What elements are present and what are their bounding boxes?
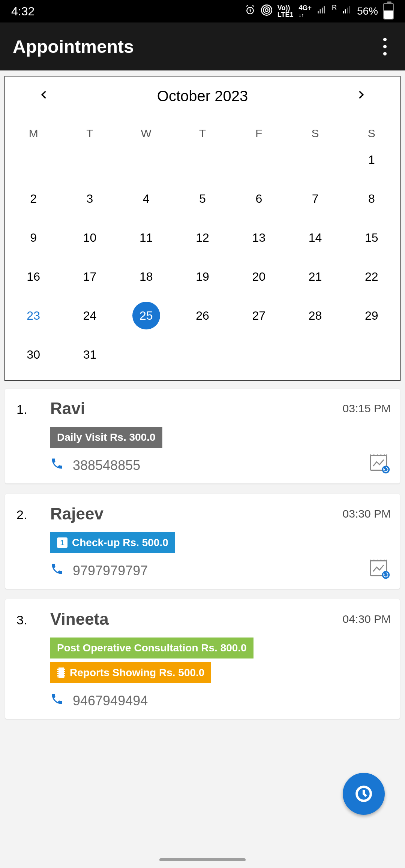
calendar-day[interactable]: 13 — [231, 223, 287, 252]
calendar-day[interactable]: 14 — [287, 223, 343, 252]
calendar-day[interactable]: 24 — [62, 301, 118, 330]
appointment-index: 1. — [16, 402, 27, 417]
phone-icon — [50, 457, 64, 474]
calendar-day — [5, 145, 62, 174]
svg-point-1 — [265, 9, 268, 12]
calendar-day — [287, 340, 343, 369]
phone-number: 388548855 — [73, 458, 140, 473]
tag-list: Daily Visit Rs. 300.0 — [50, 427, 391, 448]
patient-name: Rajeev — [50, 504, 104, 523]
calendar-day — [118, 145, 174, 174]
film-icon — [57, 667, 65, 678]
calendar-day[interactable]: 19 — [174, 262, 231, 291]
weekday-cell: F — [231, 127, 287, 140]
tag-text: Post Operative Consultation Rs. 800.0 — [57, 642, 247, 654]
calendar-day — [174, 340, 231, 369]
calendar-day — [174, 145, 231, 174]
patient-name: Vineeta — [50, 610, 109, 629]
calendar-day[interactable]: 8 — [344, 184, 400, 213]
calendar-day — [231, 340, 287, 369]
hotspot-icon — [261, 4, 272, 18]
calendar-day[interactable]: 3 — [62, 184, 118, 213]
calendar-day[interactable]: 20 — [231, 262, 287, 291]
app-bar: Appointments — [0, 22, 405, 70]
calendar-day[interactable]: 12 — [174, 223, 231, 252]
calendar-day — [118, 340, 174, 369]
calendar-day[interactable]: 26 — [174, 301, 231, 330]
calendar-day[interactable]: 15 — [344, 223, 400, 252]
appointment-time: 03:15 PM — [343, 402, 391, 415]
tag-text: Reports Showing Rs. 500.0 — [70, 667, 204, 679]
calendar-day — [287, 145, 343, 174]
calendar-day[interactable]: 30 — [5, 340, 62, 369]
calendar-day — [231, 145, 287, 174]
weekday-cell: M — [5, 127, 62, 140]
nav-handle — [159, 858, 246, 861]
tag-text: Check-up Rs. 500.0 — [72, 537, 168, 549]
weekday-header-row: MTWTFSS — [5, 127, 400, 140]
calendar: October 2023 MTWTFSS 1234567891011121314… — [4, 76, 400, 381]
history-icon[interactable] — [368, 452, 391, 474]
service-tag: 1Check-up Rs. 500.0 — [50, 532, 175, 553]
page-title: Appointments — [13, 36, 134, 57]
status-right: Vo))LTE1 4G+↓↑ R 56% — [244, 3, 394, 19]
overflow-menu-button[interactable] — [377, 35, 392, 58]
calendar-day[interactable]: 31 — [62, 340, 118, 369]
appointment-card[interactable]: 2.Rajeev03:30 PM1Check-up Rs. 500.0 9797… — [5, 494, 400, 589]
calendar-day[interactable]: 6 — [231, 184, 287, 213]
history-icon[interactable] — [368, 557, 391, 580]
appointment-list: 1.Ravi03:15 PMDaily Visit Rs. 300.0 3885… — [0, 389, 405, 719]
next-month-button[interactable] — [356, 90, 366, 103]
calendar-day[interactable]: 2 — [5, 184, 62, 213]
appointment-index: 2. — [16, 507, 27, 522]
signal-bars-1-icon — [317, 5, 327, 18]
appointment-index: 3. — [16, 613, 27, 627]
calendar-day[interactable]: 27 — [231, 301, 287, 330]
prev-month-button[interactable] — [39, 90, 50, 103]
patient-name: Ravi — [50, 399, 85, 418]
calendar-day[interactable]: 1 — [344, 145, 400, 174]
calendar-day[interactable]: 4 — [118, 184, 174, 213]
service-tag: Reports Showing Rs. 500.0 — [50, 662, 211, 683]
calendar-day[interactable]: 25 — [118, 301, 174, 330]
weekday-cell: W — [118, 127, 174, 140]
calendar-day[interactable]: 28 — [287, 301, 343, 330]
calendar-day[interactable]: 16 — [5, 262, 62, 291]
weekday-cell: S — [287, 127, 343, 140]
calendar-day[interactable]: 17 — [62, 262, 118, 291]
tag-text: Daily Visit Rs. 300.0 — [57, 431, 156, 443]
calendar-day[interactable]: 5 — [174, 184, 231, 213]
calendar-day[interactable]: 9 — [5, 223, 62, 252]
phone-row[interactable]: 9797979797 — [50, 562, 391, 579]
calendar-day[interactable]: 11 — [118, 223, 174, 252]
battery-percent: 56% — [357, 5, 378, 17]
calendar-month-label: October 2023 — [157, 88, 248, 105]
calendar-day[interactable]: 23 — [5, 301, 62, 330]
phone-icon — [50, 692, 64, 709]
status-bar: 4:32 Vo))LTE1 4G+↓↑ R 56% — [0, 0, 405, 22]
calendar-day[interactable]: 10 — [62, 223, 118, 252]
tag-list: Post Operative Consultation Rs. 800.0Rep… — [50, 638, 391, 683]
svg-point-2 — [263, 7, 270, 13]
appointment-time: 03:30 PM — [343, 507, 391, 520]
calendar-day — [344, 340, 400, 369]
svg-point-5 — [382, 466, 390, 474]
calendar-day[interactable]: 18 — [118, 262, 174, 291]
phone-row[interactable]: 388548855 — [50, 457, 391, 474]
phone-icon — [50, 562, 64, 579]
weekday-cell: T — [62, 127, 118, 140]
tag-list: 1Check-up Rs. 500.0 — [50, 532, 391, 553]
signal-bars-2-icon — [342, 5, 352, 18]
schedule-fab-button[interactable] — [343, 773, 385, 815]
calendar-day — [62, 145, 118, 174]
phone-row[interactable]: 9467949494 — [50, 692, 391, 709]
phone-number: 9797979797 — [73, 563, 148, 579]
service-tag: Daily Visit Rs. 300.0 — [50, 427, 162, 448]
appointment-card[interactable]: 3.Vineeta04:30 PMPost Operative Consulta… — [5, 599, 400, 719]
calendar-day[interactable]: 29 — [344, 301, 400, 330]
calendar-day[interactable]: 7 — [287, 184, 343, 213]
calendar-day[interactable]: 22 — [344, 262, 400, 291]
appointment-card[interactable]: 1.Ravi03:15 PMDaily Visit Rs. 300.0 3885… — [5, 389, 400, 483]
calendar-day[interactable]: 21 — [287, 262, 343, 291]
phone-number: 9467949494 — [73, 693, 148, 709]
